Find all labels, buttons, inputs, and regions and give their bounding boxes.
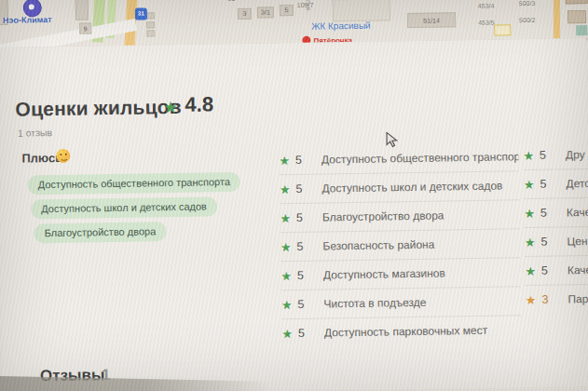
map-building [75, 0, 89, 20]
pros-tag: Благоустройство двора [34, 222, 166, 243]
map-park-square [576, 25, 587, 35]
star-icon [525, 263, 536, 277]
star-icon [525, 235, 536, 249]
rating-score: 5 [296, 211, 303, 224]
map-building [146, 12, 155, 19]
rating-label: Качест [567, 263, 588, 277]
rating-label: Безопасность района [322, 238, 434, 253]
rating-score: 5 [295, 154, 302, 167]
building-number: 5 [284, 7, 288, 13]
rating-label: Парки [567, 292, 588, 306]
building-number: 453/4 [478, 3, 495, 9]
rating-label: Дру [566, 148, 585, 161]
map-building [567, 10, 586, 23]
map-building [333, 0, 390, 21]
rating-row: 5Доступность магазинов [280, 258, 520, 290]
rating-label: Чистота в подъезде [323, 296, 426, 311]
rating-row: 5Дру [523, 140, 588, 170]
ratings-column-right: 5Дру 5Детс 5Каче 5Цены 5Качест 3Парки [523, 140, 588, 314]
rating-score: 5 [298, 327, 305, 340]
map-building: 41 [566, 0, 588, 4]
residential-complex-label[interactable]: ЖК Красивый [311, 20, 371, 32]
star-icon [280, 211, 291, 225]
map-building-highlighted [494, 24, 511, 35]
rating-label: Доступность общественного транспорта [321, 150, 519, 167]
rating-row: 5Чистота в подъезде [281, 287, 521, 319]
rating-score: 5 [540, 178, 546, 191]
map-building: 9 [79, 22, 91, 34]
rating-score: 5 [540, 236, 547, 249]
star-icon [524, 206, 535, 220]
map-building [146, 30, 155, 36]
map-building: 51/14 [407, 12, 456, 28]
overall-score: 4.8 [185, 92, 213, 116]
rating-row: 5Каче [524, 197, 588, 228]
building-number: 9 [84, 25, 88, 32]
smiley-icon [56, 149, 70, 163]
rating-row: 5Детс [524, 169, 588, 199]
rating-score: 3 [541, 293, 548, 306]
map-building: 5 [280, 5, 294, 16]
transit-stop-icon[interactable]: 31 [135, 7, 147, 20]
rating-score: 5 [297, 298, 304, 311]
rating-label: Каче [567, 206, 588, 219]
rating-row: 5Качест [525, 255, 588, 286]
star-icon [524, 177, 535, 191]
star-icon [523, 148, 534, 162]
ratings-column-left: 5Доступность общественного транспорта 5Д… [279, 142, 521, 347]
rating-row: 5Безопасность района [280, 229, 520, 262]
pros-tag: Доступность общественного транспорта [28, 172, 241, 196]
building-number: 500/2 [519, 17, 536, 23]
building-number: 50 [228, 0, 236, 2]
map-building: 3/1 [257, 7, 274, 18]
star-icon [280, 240, 292, 254]
star-icon [279, 154, 290, 168]
map-road [554, 0, 560, 39]
rating-score: 5 [540, 207, 547, 220]
map-building [146, 21, 155, 28]
rating-score: 5 [296, 240, 303, 253]
star-icon [281, 298, 293, 312]
pros-tag: Доступность школ и детских садов [31, 196, 217, 219]
map-building: 3 [238, 8, 252, 20]
building-number: 51/14 [423, 18, 440, 24]
rating-label: Благоустройство двора [322, 209, 444, 223]
rating-row: 5Доступность парковочных мест [281, 316, 521, 347]
rating-score: 5 [295, 182, 302, 196]
rating-row: 5Цены [525, 226, 588, 257]
star-icon [526, 292, 537, 306]
rating-label: Цены [567, 235, 588, 248]
building-number: 500/3 [519, 0, 536, 7]
rating-row: 5Благоустройство двора [280, 200, 519, 233]
building-number: 453/5 [478, 20, 495, 26]
map-pin-label[interactable]: Нэо-Климат [3, 15, 52, 25]
star-icon [280, 269, 292, 283]
rating-row: 3Парки [526, 284, 588, 314]
rating-label: Доступность магазинов [323, 266, 445, 281]
rating-score: 5 [541, 264, 548, 277]
rating-label: Доступность школ и детских садов [321, 179, 502, 195]
star-icon [280, 182, 291, 196]
reviews-note: 1 отзыв [18, 127, 52, 139]
rating-score: 5 [297, 269, 304, 282]
rating-row: 5Доступность школ и детских садов [280, 171, 519, 204]
building-number: 3 [242, 10, 246, 17]
street-name-label: льв. [306, 0, 312, 12]
rating-label: Доступность парковочных мест [324, 324, 487, 340]
rating-label: Детс [566, 177, 588, 190]
ratings-section: Оценки жильцов ★ 4.8 1 отзыв Плюсы Досту… [0, 38, 588, 391]
star-icon: ★ [163, 98, 178, 116]
section-title: Оценки жильцов [15, 96, 182, 121]
page: 9 50 3 3/1 5 109/7 льв. 51/14 453/4 453/… [0, 0, 588, 391]
star-icon [281, 327, 293, 341]
rating-score: 5 [540, 149, 546, 162]
mouse-cursor [385, 131, 400, 148]
building-number: 3/1 [261, 8, 270, 15]
